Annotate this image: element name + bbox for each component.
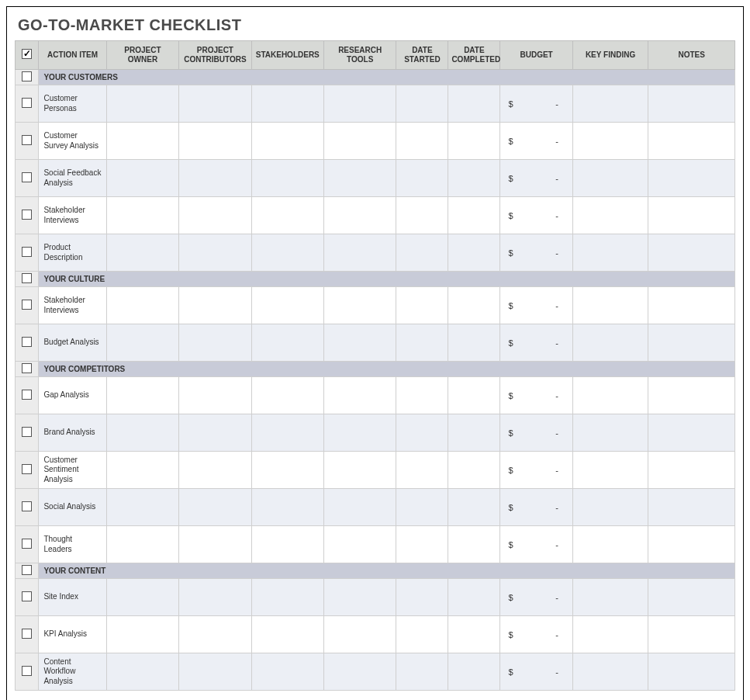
- project-owner-cell[interactable]: [106, 616, 178, 653]
- date-started-cell[interactable]: [396, 653, 448, 691]
- stakeholders-cell[interactable]: [251, 234, 323, 272]
- date-started-cell[interactable]: [396, 197, 448, 234]
- budget-cell[interactable]: $-: [500, 579, 572, 616]
- date-completed-cell[interactable]: [448, 579, 500, 616]
- notes-cell[interactable]: [648, 579, 735, 616]
- project-owner-cell[interactable]: [106, 234, 178, 272]
- stakeholders-cell[interactable]: [251, 526, 323, 563]
- stakeholders-cell[interactable]: [251, 414, 323, 452]
- budget-cell[interactable]: $-: [500, 526, 572, 563]
- action-item-cell[interactable]: Site Index: [39, 579, 106, 616]
- action-item-cell[interactable]: Budget Analysis: [39, 324, 106, 362]
- row-checkbox[interactable]: [22, 135, 32, 145]
- key-finding-cell[interactable]: [572, 579, 648, 616]
- research-tools-cell[interactable]: [323, 197, 396, 234]
- notes-cell[interactable]: [648, 414, 735, 452]
- date-completed-cell[interactable]: [448, 123, 500, 160]
- project-contributors-cell[interactable]: [179, 287, 251, 324]
- key-finding-cell[interactable]: [572, 123, 648, 160]
- project-owner-cell[interactable]: [106, 324, 178, 362]
- project-owner-cell[interactable]: [106, 489, 178, 526]
- action-item-cell[interactable]: Customer Personas: [39, 85, 106, 123]
- section-checkbox[interactable]: [22, 363, 32, 373]
- research-tools-cell[interactable]: [323, 526, 396, 563]
- budget-cell[interactable]: $-: [500, 197, 572, 234]
- key-finding-cell[interactable]: [572, 653, 648, 691]
- date-completed-cell[interactable]: [448, 526, 500, 563]
- project-owner-cell[interactable]: [106, 197, 178, 234]
- date-completed-cell[interactable]: [448, 324, 500, 362]
- row-checkbox[interactable]: [22, 337, 32, 347]
- budget-cell[interactable]: $-: [500, 123, 572, 160]
- action-item-cell[interactable]: Thought Leaders: [39, 526, 106, 563]
- stakeholders-cell[interactable]: [251, 653, 323, 691]
- budget-cell[interactable]: $-: [500, 234, 572, 272]
- action-item-cell[interactable]: Brand Analysis: [39, 414, 106, 452]
- notes-cell[interactable]: [648, 653, 735, 691]
- budget-cell[interactable]: $-: [500, 85, 572, 123]
- action-item-cell[interactable]: Customer Sentiment Analysis: [39, 452, 106, 489]
- stakeholders-cell[interactable]: [251, 452, 323, 489]
- research-tools-cell[interactable]: [323, 616, 396, 653]
- row-checkbox[interactable]: [22, 464, 32, 474]
- row-checkbox[interactable]: [22, 666, 32, 676]
- notes-cell[interactable]: [648, 489, 735, 526]
- project-owner-cell[interactable]: [106, 653, 178, 691]
- notes-cell[interactable]: [648, 85, 735, 123]
- research-tools-cell[interactable]: [323, 160, 396, 197]
- budget-cell[interactable]: $-: [500, 489, 572, 526]
- notes-cell[interactable]: [648, 234, 735, 272]
- notes-cell[interactable]: [648, 123, 735, 160]
- date-started-cell[interactable]: [396, 452, 448, 489]
- action-item-cell[interactable]: KPI Analysis: [39, 616, 106, 653]
- project-contributors-cell[interactable]: [179, 197, 251, 234]
- date-started-cell[interactable]: [396, 160, 448, 197]
- key-finding-cell[interactable]: [572, 452, 648, 489]
- date-completed-cell[interactable]: [448, 287, 500, 324]
- section-checkbox[interactable]: [22, 565, 32, 575]
- budget-cell[interactable]: $-: [500, 377, 572, 414]
- project-contributors-cell[interactable]: [179, 653, 251, 691]
- key-finding-cell[interactable]: [572, 526, 648, 563]
- stakeholders-cell[interactable]: [251, 616, 323, 653]
- key-finding-cell[interactable]: [572, 489, 648, 526]
- date-started-cell[interactable]: [396, 616, 448, 653]
- date-started-cell[interactable]: [396, 377, 448, 414]
- stakeholders-cell[interactable]: [251, 160, 323, 197]
- section-checkbox[interactable]: [22, 71, 32, 81]
- key-finding-cell[interactable]: [572, 234, 648, 272]
- notes-cell[interactable]: [648, 377, 735, 414]
- budget-cell[interactable]: $-: [500, 160, 572, 197]
- row-checkbox[interactable]: [22, 247, 32, 257]
- date-completed-cell[interactable]: [448, 234, 500, 272]
- budget-cell[interactable]: $-: [500, 324, 572, 362]
- research-tools-cell[interactable]: [323, 579, 396, 616]
- project-owner-cell[interactable]: [106, 123, 178, 160]
- project-contributors-cell[interactable]: [179, 85, 251, 123]
- stakeholders-cell[interactable]: [251, 324, 323, 362]
- project-owner-cell[interactable]: [106, 526, 178, 563]
- research-tools-cell[interactable]: [323, 287, 396, 324]
- date-completed-cell[interactable]: [448, 616, 500, 653]
- row-checkbox[interactable]: [22, 210, 32, 220]
- date-started-cell[interactable]: [396, 123, 448, 160]
- project-owner-cell[interactable]: [106, 377, 178, 414]
- notes-cell[interactable]: [648, 452, 735, 489]
- date-started-cell[interactable]: [396, 489, 448, 526]
- stakeholders-cell[interactable]: [251, 377, 323, 414]
- key-finding-cell[interactable]: [572, 160, 648, 197]
- research-tools-cell[interactable]: [323, 123, 396, 160]
- key-finding-cell[interactable]: [572, 287, 648, 324]
- project-contributors-cell[interactable]: [179, 489, 251, 526]
- budget-cell[interactable]: $-: [500, 287, 572, 324]
- notes-cell[interactable]: [648, 287, 735, 324]
- project-contributors-cell[interactable]: [179, 160, 251, 197]
- key-finding-cell[interactable]: [572, 197, 648, 234]
- action-item-cell[interactable]: Stakeholder Interviews: [39, 287, 106, 324]
- project-owner-cell[interactable]: [106, 85, 178, 123]
- date-started-cell[interactable]: [396, 414, 448, 452]
- research-tools-cell[interactable]: [323, 653, 396, 691]
- research-tools-cell[interactable]: [323, 234, 396, 272]
- date-completed-cell[interactable]: [448, 85, 500, 123]
- key-finding-cell[interactable]: [572, 616, 648, 653]
